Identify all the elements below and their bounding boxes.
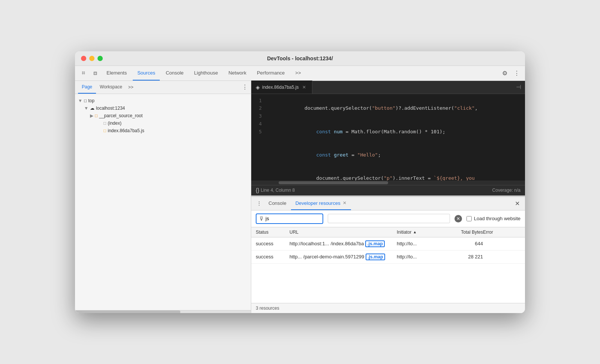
code-line-2: const num = Math.floor(Math.random() * 1… [266,120,525,143]
table-header: Status URL Initiator ▲ Total Bytes Error [251,227,525,237]
traffic-lights [81,56,103,61]
tree-arrow-top: ▼ [78,98,82,103]
load-through-website-label: Load through website [474,216,520,221]
row2-url-highlight: .js.map [366,254,385,260]
status-bar: {} Line 4, Column 8 Coverage: n/a [251,185,525,195]
tree-label-index: (index) [108,121,122,126]
bottom-tab-devresources[interactable]: Developer resources ✕ [291,197,351,210]
url-filter-input[interactable] [328,214,450,223]
code-area: 1 2 3 4 5 document.querySelector("button… [251,94,525,181]
row2-url: http... /parcel-demo-main.5971299 .js.ma… [290,254,397,260]
file-tree: ▼ □ top ▼ ☁ localhost:1234 ▶ □ __parcel_… [75,94,251,310]
more-options-icon[interactable]: ⋮ [512,68,522,78]
tab-sources[interactable]: Sources [133,66,160,81]
devtools-window: DevTools - localhost:1234/ ⌗ ⧈ Elements … [75,51,525,313]
developer-resources-content: ⊽ ✕ Load through website [251,210,525,313]
code-scrollbar[interactable] [251,181,525,185]
filter-input[interactable] [266,216,296,221]
tree-item-parcel-root[interactable]: ▶ □ __parcel_source_root [75,112,251,119]
bottom-tab-more-icon[interactable]: ⋮ [254,200,264,206]
load-through-website-option: Load through website [466,216,520,221]
tab-network[interactable]: Network [224,66,251,81]
load-through-website-checkbox[interactable] [466,216,472,221]
close-button[interactable] [81,56,86,61]
col-header-error: Error [483,230,520,235]
main-content: Page Workspace >> ⋮ ▼ □ top ▼ [75,81,525,313]
tree-label-index-js: index.86da7ba5.js [108,128,144,133]
left-panel-scrollbar[interactable] [75,310,251,313]
device-toolbar-icon[interactable]: ⧈ [90,68,100,78]
row2-url-middle: /parcel-demo-main.5971299 [303,254,364,260]
row1-status: success [256,241,290,246]
bottom-panel-close-icon[interactable]: ✕ [513,200,522,207]
filter-clear-button[interactable]: ✕ [454,215,462,222]
resources-count: 3 resources [256,306,279,311]
cursor-position: Line 4, Column 8 [261,188,295,193]
table-row[interactable]: success http://localhost:1... /index.86d… [251,237,525,251]
tree-item-top[interactable]: ▼ □ top [75,97,251,104]
left-tabs: Page Workspace >> ⋮ [75,81,251,94]
tab-lighthouse[interactable]: Lighthouse [190,66,223,81]
code-line-1: document.querySelector("button")?.addEve… [266,97,525,120]
format-icon[interactable]: {} [256,187,259,193]
tab-performance[interactable]: Performance [252,66,289,81]
maximize-button[interactable] [98,56,103,61]
editor-tabbar: ◈ index.86da7ba5.js ✕ ⊣ [251,81,525,94]
tree-item-index[interactable]: □ (index) [75,119,251,127]
sidebar-toggle-icon[interactable]: ⊣ [512,84,525,91]
devtools-toolbar: ⌗ ⧈ Elements Sources Console Lighthouse … [75,66,525,81]
bottom-panel: ⋮ Console Developer resources ✕ ✕ [251,197,525,313]
row1-bytes: 644 [442,241,483,246]
row1-url-start: http://localhost:1... [290,241,329,246]
bottom-tabs: ⋮ Console Developer resources ✕ ✕ [251,197,525,210]
file-icon-index-js: □ [104,128,106,133]
filter-bar: ⊽ ✕ Load through website [251,210,525,227]
filter-input-wrapper: ⊽ [256,213,323,224]
tree-arrow-parcel: ▶ [90,113,93,118]
row2-bytes: 28 221 [442,254,483,260]
settings-icon[interactable]: ⚙ [500,68,510,78]
code-content[interactable]: document.querySelector("button")?.addEve… [266,94,525,181]
tree-item-localhost[interactable]: ▼ ☁ localhost:1234 [75,104,251,112]
coverage-status: Coverage: n/a [492,188,520,193]
file-icon-index: □ [104,121,106,126]
editor-tab-close-icon[interactable]: ✕ [301,84,308,91]
titlebar: DevTools - localhost:1234/ [75,51,525,66]
tree-arrow-localhost: ▼ [84,106,88,111]
editor-tab-index-js[interactable]: ◈ index.86da7ba5.js ✕ [251,81,312,94]
resources-table: Status URL Initiator ▲ Total Bytes Error [251,227,525,303]
row1-initiator: http://lo... [397,241,442,246]
tab-elements[interactable]: Elements [102,66,131,81]
cloud-icon: ☁ [90,106,94,111]
tab-page[interactable]: Page [78,81,96,94]
col-header-bytes: Total Bytes [442,230,483,235]
code-line-4: document.querySelector("p").innerText = … [266,167,525,181]
left-panel-menu-icon[interactable]: ⋮ [242,84,248,91]
js-file-icon: ◈ [256,84,260,90]
tab-console[interactable]: Console [161,66,188,81]
tab-workspace[interactable]: Workspace [96,81,126,94]
tree-label-top: top [88,98,94,103]
tree-label-localhost: localhost:1234 [96,106,125,111]
row1-url-highlight: .js.map [365,240,384,247]
row2-status: success [256,254,290,260]
code-line-3: const greet = "Hello"; [266,143,525,167]
code-scrollbar-thumb [279,181,388,184]
row2-url-start: http... [290,254,302,260]
bottom-tab-console[interactable]: Console [264,197,291,210]
tree-label-parcel: __parcel_source_root [99,113,142,118]
window-title: DevTools - localhost:1234/ [267,55,333,61]
minimize-button[interactable] [89,56,94,61]
initiator-sort-arrow: ▲ [413,230,417,234]
left-tab-more[interactable]: >> [126,85,136,90]
inspect-element-icon[interactable]: ⌗ [78,68,88,78]
row2-initiator: http://lo... [397,254,442,260]
table-row[interactable]: success http... /parcel-demo-main.597129… [251,251,525,264]
tree-item-index-js[interactable]: □ index.86da7ba5.js [75,127,251,134]
filter-icon: ⊽ [260,216,263,222]
folder-icon-top: □ [84,98,87,103]
col-header-initiator[interactable]: Initiator ▲ [397,230,442,235]
tab-more[interactable]: >> [291,66,305,81]
devresources-tab-close-icon[interactable]: ✕ [343,200,346,206]
line-numbers: 1 2 3 4 5 [251,94,266,181]
